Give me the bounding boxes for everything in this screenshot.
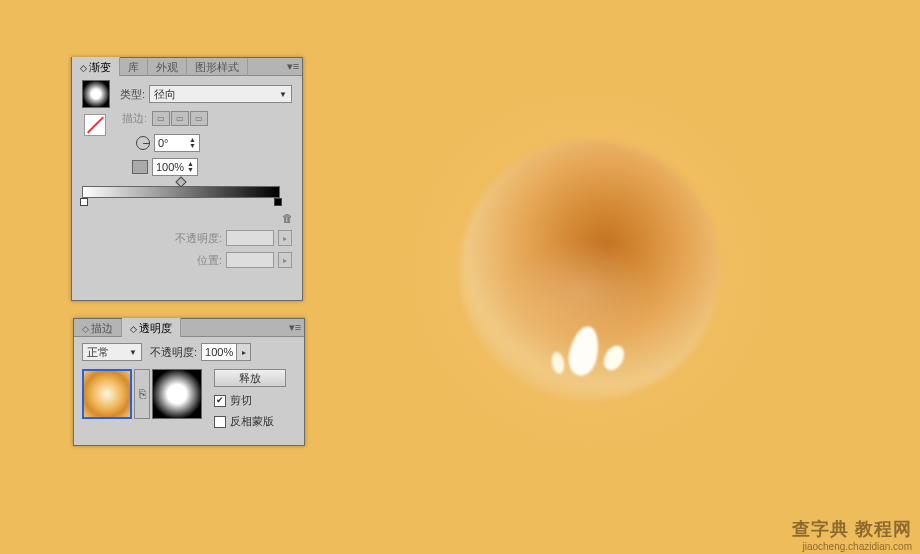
gradient-slider[interactable]	[82, 186, 280, 198]
invert-checkbox[interactable]	[214, 416, 226, 428]
angle-value: 0°	[158, 137, 169, 149]
stroke-swatch[interactable]	[84, 114, 106, 136]
transparency-panel-tabs: 描边 透明度 ▾≡	[74, 319, 304, 337]
gradient-type-select[interactable]: 径向 ▼	[149, 85, 292, 103]
mask-link-toggle[interactable]: ⎘	[134, 369, 150, 419]
dropdown-arrow-icon: ▼	[279, 90, 287, 99]
dropdown-arrow-icon: ▼	[129, 348, 137, 357]
panel-menu-icon[interactable]: ▾≡	[284, 60, 302, 73]
blend-mode-select[interactable]: 正常 ▼	[82, 343, 142, 361]
opacity-input[interactable]: 100%	[201, 343, 237, 361]
opacity-label: 不透明度:	[150, 345, 197, 360]
clip-label: 剪切	[230, 393, 252, 408]
aspect-stepper-icon[interactable]: ▲▼	[187, 161, 194, 173]
angle-icon	[136, 136, 150, 150]
tab-library[interactable]: 库	[120, 58, 148, 76]
stop-location-label: 位置:	[197, 253, 222, 268]
opacity-stepper[interactable]: ▸	[237, 343, 251, 361]
aspect-ratio-icon	[132, 160, 148, 174]
angle-input[interactable]: 0° ▲▼	[154, 134, 200, 152]
aspect-ratio-input[interactable]: 100% ▲▼	[152, 158, 198, 176]
opacity-value: 100%	[205, 346, 233, 358]
gradient-panel: 渐变 库 外观 图形样式 ▾≡ 类型: 径向 ▼ 描边: ▭ ▭ ▭	[71, 57, 303, 301]
glow-radial	[380, 60, 800, 480]
stop-location-input[interactable]	[226, 252, 274, 268]
tab-graphic-styles[interactable]: 图形样式	[187, 58, 248, 76]
stroke-within-button[interactable]: ▭	[152, 111, 170, 126]
angle-stepper-icon[interactable]: ▲▼	[189, 137, 196, 149]
stop-opacity-input[interactable]	[226, 230, 274, 246]
gradient-fill-swatch[interactable]	[82, 80, 110, 108]
tab-stroke[interactable]: 描边	[74, 319, 122, 337]
invert-checkbox-row[interactable]: 反相蒙版	[214, 414, 286, 429]
stop-location-stepper[interactable]: ▸	[278, 252, 292, 268]
specular-highlight-2	[600, 342, 628, 373]
tab-gradient[interactable]: 渐变	[72, 57, 120, 76]
watermark-title: 查字典 教程网	[792, 517, 912, 541]
tab-appearance[interactable]: 外观	[148, 58, 187, 76]
panel-menu-icon[interactable]: ▾≡	[286, 321, 304, 334]
clip-checkbox[interactable]: ✔	[214, 395, 226, 407]
release-mask-button[interactable]: 释放	[214, 369, 286, 387]
aspect-ratio-value: 100%	[156, 161, 184, 173]
gradient-type-value: 径向	[154, 87, 176, 102]
gradient-panel-tabs: 渐变 库 外观 图形样式 ▾≡	[72, 58, 302, 76]
stroke-across-button[interactable]: ▭	[190, 111, 208, 126]
specular-highlight-1	[565, 324, 603, 379]
color-stop-black[interactable]	[274, 198, 282, 206]
bowl-inner-highlight	[498, 240, 668, 350]
tab-transparency[interactable]: 透明度	[122, 318, 181, 337]
midpoint-stop[interactable]	[175, 176, 186, 187]
stroke-label: 描边:	[122, 111, 147, 126]
stroke-along-button[interactable]: ▭	[171, 111, 189, 126]
blend-mode-value: 正常	[87, 345, 109, 360]
stop-opacity-label: 不透明度:	[175, 231, 222, 246]
gradient-slider-area	[82, 186, 292, 222]
watermark-url: jiaocheng.chazidian.com	[792, 541, 912, 552]
transparency-panel: 描边 透明度 ▾≡ 正常 ▼ 不透明度: 100% ▸ ⎘ 释放 ✔ 剪切	[73, 318, 305, 446]
color-stop-white[interactable]	[80, 198, 88, 206]
mask-thumbnail[interactable]	[152, 369, 202, 419]
watermark: 查字典 教程网 jiaocheng.chazidian.com	[792, 517, 912, 552]
stop-opacity-stepper[interactable]: ▸	[278, 230, 292, 246]
artwork-thumbnail[interactable]	[82, 369, 132, 419]
specular-highlight-3	[550, 351, 566, 375]
type-label: 类型:	[120, 87, 145, 102]
canvas-artwork	[380, 60, 800, 480]
bowl-gradient	[460, 140, 720, 400]
delete-stop-icon[interactable]	[282, 212, 294, 226]
clip-checkbox-row[interactable]: ✔ 剪切	[214, 393, 286, 408]
invert-label: 反相蒙版	[230, 414, 274, 429]
